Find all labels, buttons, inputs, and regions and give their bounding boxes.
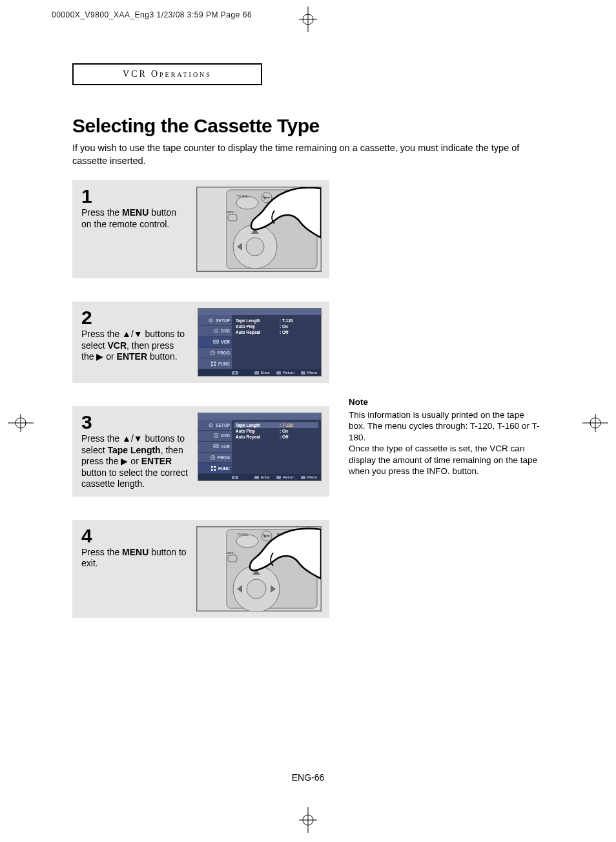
- step-1-number: 1: [81, 187, 187, 206]
- step-2-text: 2 Press the ▲/▼ buttons to select VCR, t…: [81, 308, 189, 376]
- s4-pre: Press the: [81, 547, 122, 557]
- cassette-icon: [213, 444, 219, 449]
- step-4-text: 4 Press the MENU button to exit.: [81, 526, 187, 611]
- menu3-tab-func: FUNC: [198, 463, 232, 474]
- cassette-icon: [213, 339, 219, 345]
- step-1-bold: MENU: [122, 207, 149, 218]
- clock-icon: [210, 350, 216, 356]
- menu3-bottom-return: Return: [276, 475, 294, 479]
- menu-tab-setup: SETUP: [198, 315, 232, 326]
- svg-point-10: [590, 418, 601, 428]
- s3-bold2: ENTER: [141, 456, 172, 466]
- step-2-card: 2 Press the ▲/▼ buttons to select VCR, t…: [72, 302, 329, 383]
- remote-menu-label: MENU: [227, 211, 234, 214]
- svg-point-46: [216, 446, 218, 447]
- svg-point-4: [303, 815, 313, 825]
- note-block: Note This information is usually printed…: [349, 396, 542, 477]
- grid-icon: [210, 466, 216, 471]
- menu-bottom-menu: Menu: [301, 371, 317, 375]
- step-1-illustration: TV VOL TRK/TV CH MENU: [196, 187, 322, 272]
- remote4-menu-label: MENU: [227, 551, 234, 555]
- svg-point-1: [303, 14, 313, 25]
- s4-bold: MENU: [122, 547, 149, 557]
- menu3-bottom-menu: Menu: [301, 475, 317, 479]
- page-title: Selecting the Cassette Type: [72, 115, 550, 137]
- svg-point-19: [236, 196, 258, 209]
- menu-tab-func: FUNC: [198, 358, 232, 369]
- svg-point-25: [210, 320, 212, 321]
- svg-point-64: [236, 535, 258, 548]
- svg-rect-23: [228, 214, 237, 221]
- section-label: VCR Operations: [72, 63, 262, 85]
- disc-icon: [213, 433, 219, 438]
- step-3-card: 3 Press the ▲/▼ buttons to select Tape L…: [72, 406, 329, 497]
- step-3-number: 3: [81, 413, 189, 432]
- s3-d: or: [128, 456, 141, 466]
- svg-point-55: [234, 477, 236, 478]
- registration-mark-top: [295, 6, 321, 32]
- svg-point-30: [216, 341, 218, 342]
- step-3-osd-menu: SETUP DVD VCR PROG FUNC Tape Length T-12…: [198, 413, 322, 481]
- note-p1: This information is usually printed on t…: [349, 409, 542, 444]
- menu-tab-vcr: VCR: [198, 337, 232, 348]
- menu-row-tape-length: Tape Length T-120: [236, 318, 317, 323]
- svg-point-41: [210, 424, 212, 426]
- svg-rect-37: [214, 364, 216, 366]
- step-4-illustration: TV VOL TRK/TV CH AUDIO MENU: [196, 526, 322, 611]
- svg-point-16: [246, 238, 264, 256]
- svg-rect-68: [228, 555, 237, 562]
- registration-mark-bottom: [295, 807, 321, 833]
- camera-icon: [232, 475, 238, 480]
- menu3-row-auto-play: Auto Play On: [236, 428, 317, 434]
- menu-tab-prog: PROG: [198, 348, 232, 359]
- s2-d: or: [103, 351, 116, 362]
- section-label-word: Operations: [151, 69, 212, 79]
- menu-row-auto-repeat: Auto Repeat Off: [236, 329, 317, 335]
- s2-play: ▶: [96, 351, 103, 362]
- menu3-tab-prog: PROG: [198, 453, 232, 464]
- page-number: ENG-66: [0, 772, 616, 783]
- press-header: 00000X_V9800_XAA_Eng3 1/23/08 3:59 PM Pa…: [52, 10, 252, 19]
- svg-point-7: [15, 418, 26, 428]
- step-4-card: 4 Press the MENU button to exit. TV VOL …: [72, 520, 329, 618]
- svg-rect-34: [211, 362, 213, 364]
- s2-bold2: ENTER: [117, 351, 147, 362]
- disc-icon: [213, 328, 219, 334]
- menu-bottom-return: Return: [276, 371, 294, 375]
- s2-e: button.: [147, 351, 178, 362]
- s3-arrows: ▲/▼: [122, 433, 143, 444]
- intro-paragraph: If you wish to use the tape counter to d…: [72, 142, 544, 167]
- svg-rect-52: [211, 469, 213, 471]
- svg-point-43: [216, 435, 217, 436]
- svg-rect-50: [211, 466, 213, 468]
- step-4-number: 4: [81, 526, 187, 546]
- registration-mark-left: [8, 410, 34, 436]
- clock-icon: [210, 455, 216, 460]
- remote-tvvol-label: TV VOL: [237, 194, 249, 198]
- menu3-bottom-enter: Enter: [254, 475, 270, 479]
- svg-point-45: [215, 446, 216, 447]
- s2-bold1: VCR: [107, 340, 127, 351]
- svg-point-39: [234, 372, 236, 374]
- svg-rect-53: [214, 469, 216, 471]
- menu3-tab-setup: SETUP: [198, 420, 232, 431]
- step-1-pre: Press the: [81, 207, 122, 218]
- s3-bold1: Tape Length: [107, 445, 160, 455]
- s2-a: Press the: [81, 329, 122, 339]
- svg-rect-44: [214, 445, 218, 448]
- menu3-row-auto-repeat: Auto Repeat Off: [236, 434, 317, 440]
- gear-icon: [208, 422, 214, 428]
- s3-play: ▶: [121, 456, 128, 466]
- menu3-tab-vcr: VCR: [198, 442, 232, 453]
- note-heading: Note: [349, 396, 542, 408]
- section-label-prefix: VCR: [123, 69, 147, 79]
- svg-point-29: [215, 341, 216, 342]
- menu3-tab-dvd: DVD: [198, 431, 232, 442]
- grid-icon: [210, 361, 216, 367]
- s3-a: Press the: [81, 433, 122, 444]
- step-2-osd-menu: SETUP DVD VCR PROG FUNC Tape Length T-12…: [198, 308, 322, 376]
- remote4-tvvol-label: TV VOL: [237, 533, 249, 537]
- step-2-number: 2: [81, 308, 189, 327]
- svg-rect-51: [214, 466, 216, 468]
- step-1-card: 1 Press the MENU button on the remote co…: [72, 180, 329, 278]
